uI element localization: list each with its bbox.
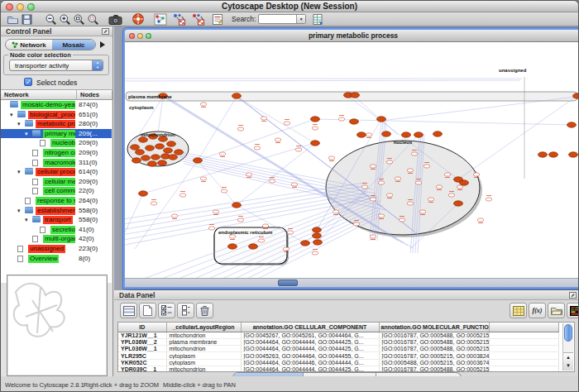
table-column-header[interactable]: annotation.GO CELLULAR_COMPONENT — [241, 323, 379, 332]
tab-scroll-right-icon[interactable] — [100, 41, 105, 48]
network-canvas[interactable]: plasma membranecytoplasmmitochondrionnuc… — [125, 42, 579, 278]
table-cell[interactable]: YLR295C — [118, 352, 166, 359]
table-cell[interactable]: YJR121W__1 — [118, 332, 166, 338]
table-row[interactable]: YPL036W__2plasma membrane[GO:0044464, GO… — [118, 338, 558, 345]
table-column-header[interactable]: ID — [118, 323, 166, 332]
table-row[interactable]: YKR052Ccytoplasm[GO:0044464, GO:0044446,… — [118, 359, 558, 366]
tree-row[interactable]: nitrogen compo209(0) — [1, 148, 112, 158]
save-session-button[interactable] — [20, 12, 34, 26]
table-cell[interactable]: [GO:0044464, GO:0044444, GO:0044425, G..… — [241, 338, 379, 345]
tab-mosaic[interactable]: Mosaic — [52, 40, 95, 50]
table-cell[interactable]: mitochondrion — [166, 332, 241, 338]
select-nodes-checkbox[interactable]: ✓ — [24, 78, 32, 86]
float-panel-icon[interactable]: ⬈ — [102, 28, 109, 35]
table-column-header[interactable]: annotation.GO MOLECULAR_FUNCTION — [379, 323, 489, 332]
tree-column-network[interactable]: Network — [1, 90, 77, 100]
create-attribute-button[interactable] — [139, 303, 156, 318]
table-cell[interactable]: plasma membrane — [166, 338, 241, 345]
table-cell[interactable]: [GO:0045263, GO:0044464, GO:0044455, G..… — [241, 352, 379, 359]
select-all-rows-button[interactable] — [158, 303, 175, 318]
zoom-selected-region-button[interactable] — [86, 12, 100, 26]
table-cell[interactable]: cytoplasm — [166, 359, 241, 366]
annotations-button[interactable] — [210, 12, 224, 26]
table-cell[interactable] — [489, 366, 558, 372]
table-row[interactable]: YLR295Ccytoplasm[GO:0045263, GO:0044464,… — [118, 352, 558, 359]
tree-row[interactable]: ▾metabolic process280(0) — [1, 119, 112, 129]
open-session-button[interactable] — [6, 12, 20, 26]
canvas-horizontal-scrollbar[interactable] — [125, 278, 579, 287]
table-cell[interactable]: [GO:0044464, GO:0044444, GO:0044425, G..… — [241, 366, 379, 372]
table-cell[interactable]: [GO:0016787, GO:0005488, GO:0005215, G..… — [379, 346, 489, 352]
table-cell[interactable]: [GO:0016787, GO:0005488, GO:0005215, G..… — [379, 366, 489, 372]
delete-attribute-button[interactable] — [196, 303, 213, 318]
tree-column-nodes[interactable]: Nodes — [77, 90, 112, 100]
expander-icon[interactable]: ▾ — [17, 167, 21, 176]
canvas-scrollbar-thumb[interactable] — [278, 280, 298, 286]
table-cell[interactable]: [GO:0016787, GO:0005488, GO:0005215, G..… — [379, 338, 489, 345]
table-row[interactable]: YPL036W__1mitochondrion[GO:0044464, GO:0… — [118, 346, 558, 352]
heatmap-button[interactable] — [567, 303, 579, 318]
search-input[interactable]: ▼ — [258, 14, 306, 24]
snapshot-button[interactable] — [108, 12, 122, 26]
tree-row[interactable]: ▾transport558(0) — [1, 215, 112, 225]
table-cell[interactable]: [GO:0016787, GO:0005215, GO:0003824, G..… — [379, 352, 489, 359]
tree-row[interactable]: macromolecule311(0) — [1, 158, 112, 168]
table-scrollbar-thumb[interactable] — [564, 324, 572, 342]
zoom-in-button[interactable] — [58, 12, 72, 26]
tree-row[interactable]: nucleobase-209(0) — [1, 138, 112, 148]
tab-network[interactable]: Network — [6, 40, 52, 50]
table-cell[interactable]: [GO:0045267, GO:0045261, GO:0044464, G..… — [241, 332, 379, 338]
table-cell[interactable] — [489, 338, 558, 345]
table-row[interactable]: YJR121W__1mitochondrion[GO:0045267, GO:0… — [118, 332, 558, 338]
table-cell[interactable] — [489, 332, 558, 338]
save-table-button[interactable] — [510, 303, 527, 318]
table-cell[interactable]: YPL036W__1 — [118, 346, 166, 352]
network-window-titlebar[interactable]: primary metabolic process — [125, 30, 579, 42]
table-cell[interactable]: mitochondrion — [166, 366, 241, 372]
table-cell[interactable]: [GO:0044464, GO:0044444, GO:0044425, G..… — [241, 346, 379, 352]
dropdown-stepper-icon[interactable]: ▲▼ — [92, 60, 103, 70]
table-cell[interactable]: [GO:0016787, GO:0005488, GO:0005215, G..… — [379, 332, 489, 338]
zoom-out-button[interactable] — [44, 12, 58, 26]
birds-eye-view[interactable] — [7, 275, 108, 376]
attribute-grid[interactable]: ID_cellularLayoutRegionannotation.GO CEL… — [118, 323, 559, 372]
import-network-alt-button[interactable] — [191, 12, 205, 26]
tree-row[interactable]: response to stimulu264(0) — [1, 196, 112, 206]
node-color-dropdown[interactable]: transporter activity ▲▼ — [9, 60, 103, 71]
table-cell[interactable]: [GO:0005488, GO:0005215, GO:0003674] — [379, 359, 489, 366]
tree-row[interactable]: multi-organism pro42(0) — [1, 234, 112, 244]
table-cell[interactable]: mitochondrion — [166, 346, 241, 352]
table-vertical-scrollbar[interactable]: ▲▼ — [562, 323, 573, 370]
expander-icon[interactable]: ▾ — [10, 110, 13, 119]
function-builder-button[interactable]: f(x) — [529, 303, 546, 318]
table-cell[interactable] — [489, 352, 558, 359]
float-data-panel-icon[interactable]: ⬈ — [569, 292, 577, 299]
table-cell[interactable]: [GO:0044464, GO:0044446, GO:0044444, G..… — [241, 359, 379, 366]
tree-row[interactable]: secretion41(0) — [1, 225, 112, 235]
table-row[interactable]: YDR039C__1mitochondrion[GO:0044464, GO:0… — [118, 366, 558, 372]
tree-row[interactable]: ▾establishment of lo558(0) — [1, 206, 112, 216]
tree-row[interactable]: ▾primary metabo209(... — [1, 129, 112, 139]
unselect-rows-button[interactable] — [177, 303, 194, 318]
tree-row[interactable]: cellular metabo209(0) — [1, 177, 112, 187]
tree-row[interactable]: ▾biological_process651(0) — [1, 110, 112, 120]
import-table-button[interactable] — [311, 12, 325, 26]
table-cell[interactable]: YPL036W__2 — [118, 338, 166, 345]
import-network-button[interactable] — [172, 12, 186, 26]
tree-row[interactable]: cell communicat22(0) — [1, 186, 112, 196]
search-dropdown-arrow[interactable]: ▼ — [296, 15, 305, 23]
zoom-fit-button[interactable] — [72, 12, 86, 26]
tree-row[interactable]: mosaic-demo-yeast874(0) — [1, 100, 112, 110]
table-column-header[interactable]: _cellularLayoutRegion — [166, 323, 241, 332]
tree-row[interactable]: Overview8(0) — [1, 254, 112, 264]
table-scrollbar-arrows[interactable]: ▲▼ — [563, 352, 573, 370]
import-attributes-button[interactable] — [548, 303, 565, 318]
tree-row[interactable]: unassigned223(0) — [1, 244, 112, 254]
table-cell[interactable]: cytoplasm — [166, 352, 241, 359]
select-attributes-button[interactable] — [120, 303, 137, 318]
table-cell[interactable] — [489, 346, 558, 352]
table-cell[interactable] — [489, 359, 558, 366]
help-button[interactable] — [131, 12, 145, 26]
table-cell[interactable]: YKR052C — [118, 359, 166, 366]
table-cell[interactable]: YDR039C__1 — [118, 366, 166, 372]
